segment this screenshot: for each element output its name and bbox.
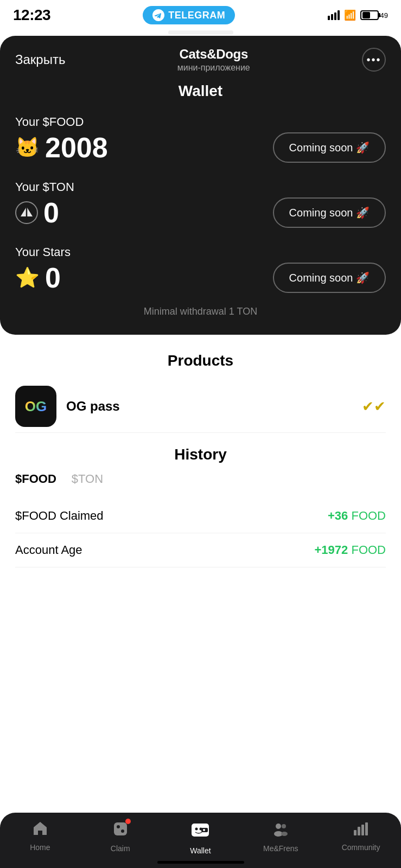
- withdrawal-note: Minimal withdrawal 1 TON: [0, 306, 401, 317]
- svg-rect-3: [114, 822, 127, 835]
- claim-icon: [112, 820, 129, 841]
- wifi-icon: 📶: [344, 9, 356, 21]
- svg-rect-16: [358, 827, 360, 835]
- ton-section: Your $TON 0 Coming soon 🚀: [0, 180, 401, 228]
- stars-icon: ⭐: [15, 266, 40, 289]
- stars-section: Your Stars ⭐ 0 Coming soon 🚀: [0, 245, 401, 293]
- more-button[interactable]: •••: [362, 48, 386, 72]
- svg-point-9: [195, 828, 198, 831]
- svg-point-8: [203, 829, 205, 831]
- claim-badge: [125, 819, 131, 824]
- app-title: Cats&Dogs: [177, 47, 250, 62]
- history-plus-1: +1972: [315, 543, 348, 557]
- products-section: Products OG OG pass ✔✔: [0, 335, 401, 433]
- bottom-nav: Home Claim Wallet: [0, 813, 401, 868]
- signal-icon: [328, 10, 340, 20]
- ton-value: 0: [43, 199, 59, 227]
- community-icon: [353, 820, 369, 840]
- ton-label: Your $TON: [15, 180, 386, 194]
- history-tabs: $FOOD $TON: [15, 472, 386, 488]
- svg-rect-17: [361, 825, 364, 835]
- history-plus-0: +36: [328, 509, 348, 522]
- nav-mefrens-label: Me&Frens: [263, 844, 298, 853]
- ton-cta-button[interactable]: Coming soon 🚀: [273, 197, 386, 228]
- nav-community[interactable]: Community: [339, 820, 383, 852]
- food-label: Your $FOOD: [15, 115, 386, 129]
- wallet-icon: [190, 820, 210, 844]
- app-subtitle: мини-приложение: [177, 63, 250, 73]
- home-icon: [32, 820, 48, 840]
- og-text: OG: [25, 398, 47, 415]
- history-label-1: Account Age: [15, 543, 82, 557]
- stars-label: Your Stars: [15, 245, 386, 259]
- product-left: OG OG pass: [15, 386, 120, 427]
- telegram-pill: TELEGRAM: [143, 6, 235, 24]
- mefrens-icon: [272, 820, 289, 841]
- nav-wallet[interactable]: Wallet: [179, 820, 222, 855]
- history-section: History $FOOD $TON $FOOD Claimed +36 FOO…: [0, 433, 401, 567]
- svg-point-11: [276, 824, 281, 829]
- history-unit-1: FOOD: [351, 543, 386, 557]
- nav-claim[interactable]: Claim: [99, 820, 142, 853]
- nav-home-label: Home: [30, 843, 50, 852]
- history-item-1: Account Age +1972 FOOD: [15, 533, 386, 567]
- svg-rect-18: [365, 822, 368, 835]
- og-pass-name: OG pass: [66, 399, 120, 414]
- food-value: 2008: [45, 133, 108, 162]
- food-icon: 🐱: [15, 136, 40, 159]
- food-amount: 🐱 2008: [15, 133, 108, 162]
- history-amount-1: +1972 FOOD: [315, 543, 386, 557]
- nav-mefrens[interactable]: Me&Frens: [259, 820, 302, 853]
- telegram-icon: [152, 9, 164, 21]
- history-amount-0: +36 FOOD: [328, 509, 386, 523]
- tab-food[interactable]: $FOOD: [15, 472, 56, 488]
- stars-value: 0: [45, 264, 61, 292]
- status-bar: 12:23 TELEGRAM 📶 49: [0, 0, 401, 28]
- telegram-label: TELEGRAM: [168, 10, 225, 21]
- history-unit-0: FOOD: [351, 509, 386, 522]
- nav-home[interactable]: Home: [18, 820, 62, 852]
- tab-ton[interactable]: $TON: [72, 472, 103, 488]
- app-header-center: Cats&Dogs мини-приложение: [177, 47, 250, 73]
- drag-handle: [168, 30, 233, 35]
- products-title: Products: [15, 352, 386, 369]
- food-cta-button[interactable]: Coming soon 🚀: [273, 132, 386, 163]
- close-button[interactable]: Закрыть: [15, 52, 65, 67]
- food-section: Your $FOOD 🐱 2008 Coming soon 🚀: [0, 115, 401, 163]
- stars-cta-button[interactable]: Coming soon 🚀: [273, 263, 386, 293]
- home-indicator: [157, 861, 244, 864]
- battery-group: 49: [360, 10, 388, 20]
- svg-point-14: [281, 832, 288, 836]
- ton-icon: [15, 201, 38, 224]
- svg-point-4: [117, 825, 120, 828]
- og-icon: OG: [15, 386, 56, 427]
- wallet-title: Wallet: [0, 82, 401, 100]
- history-label-0: $FOOD Claimed: [15, 509, 104, 523]
- drag-handle-wrap: [0, 28, 401, 36]
- more-icon: •••: [366, 54, 381, 66]
- nav-wallet-label: Wallet: [190, 846, 211, 855]
- purchased-checkmark-icon: ✔✔: [362, 398, 386, 415]
- nav-community-label: Community: [342, 843, 380, 852]
- battery-pct: 49: [380, 11, 388, 20]
- telegram-pill-wrap: TELEGRAM: [143, 6, 235, 24]
- product-row: OG OG pass ✔✔: [15, 380, 386, 433]
- status-icons: 📶 49: [328, 9, 388, 21]
- ton-amount: 0: [15, 199, 59, 227]
- battery-icon: [360, 10, 379, 20]
- dark-section: Закрыть Cats&Dogs мини-приложение ••• Wa…: [0, 36, 401, 335]
- nav-claim-label: Claim: [111, 844, 130, 853]
- history-item-0: $FOOD Claimed +36 FOOD: [15, 499, 386, 533]
- status-time: 12:23: [13, 7, 50, 24]
- svg-rect-15: [354, 830, 357, 835]
- history-title: History: [15, 446, 386, 463]
- stars-amount: ⭐ 0: [15, 264, 61, 292]
- bottom-spacer: [0, 567, 401, 633]
- app-header: Закрыть Cats&Dogs мини-приложение •••: [0, 36, 401, 80]
- svg-point-5: [121, 829, 124, 833]
- svg-point-12: [282, 824, 286, 828]
- svg-point-10: [200, 828, 202, 831]
